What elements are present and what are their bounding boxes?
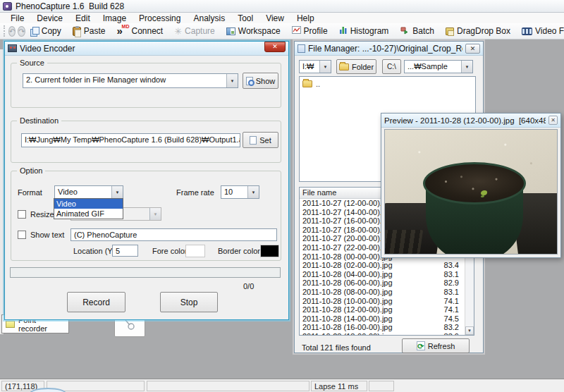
- main-titlebar: PhenoCapture 1.6 Build 628: [0, 0, 564, 13]
- histogram-label: Histogram: [350, 26, 389, 36]
- stop-button[interactable]: Stop: [160, 292, 218, 312]
- sample-folder-combo[interactable]: ...₩Sample ▼: [404, 60, 473, 73]
- frame-rate-combo[interactable]: 10 ▼: [221, 185, 259, 199]
- file-row[interactable]: 2011-10-28 (18-00-00).jpg 83.9: [300, 332, 474, 336]
- histogram-icon: [339, 26, 348, 36]
- menu-item[interactable]: Tool: [231, 13, 259, 23]
- folder-button-label: Folder: [352, 63, 374, 71]
- overlay-text-field[interactable]: (C) PhenoCapture: [70, 228, 277, 241]
- encode-progress-bar: [10, 267, 281, 278]
- folder-icon: [302, 80, 312, 87]
- folder-button[interactable]: Folder: [336, 59, 376, 74]
- redo-icon[interactable]: ↷: [18, 26, 25, 37]
- option-group-label: Option: [17, 166, 45, 176]
- menu-item[interactable]: Analysis: [187, 13, 231, 23]
- c-drive-button[interactable]: C:\: [382, 59, 401, 74]
- menu-item[interactable]: Processing: [133, 13, 187, 23]
- file-row[interactable]: 2011-10-28 (16-00-00).jpg 83.2: [300, 323, 474, 332]
- file-row[interactable]: 2011-10-28 (14-00-00).jpg 74.5: [300, 314, 474, 324]
- connect-icon: » MD: [116, 26, 128, 36]
- menu-item[interactable]: Edit: [69, 13, 97, 23]
- file-name-cell: 2011-10-28 (04-00-00).jpg: [302, 270, 405, 279]
- close-icon[interactable]: ✕: [264, 42, 286, 52]
- chevron-down-icon[interactable]: ▼: [319, 61, 331, 73]
- histogram-button[interactable]: Histogram: [336, 25, 393, 37]
- fore-color-swatch[interactable]: [185, 245, 205, 257]
- menu-item[interactable]: View: [259, 13, 290, 23]
- profile-button[interactable]: Profile: [288, 25, 331, 37]
- set-button[interactable]: Set: [243, 132, 278, 148]
- scroll-down-icon[interactable]: ▼: [465, 326, 474, 335]
- paste-button[interactable]: Paste: [69, 25, 109, 37]
- chevron-down-icon[interactable]: ▼: [226, 74, 238, 87]
- lapse-time: Lapse 11 ms: [311, 381, 367, 391]
- format-combo-value: Video: [55, 186, 111, 198]
- file-value-cell: 82.9: [405, 278, 471, 288]
- soil-speckles: [434, 172, 512, 196]
- border-color-label: Border color: [218, 247, 260, 255]
- menu-item[interactable]: Help: [290, 13, 321, 23]
- border-color-swatch[interactable]: [260, 245, 279, 257]
- video-encoder-titlebar[interactable]: Video Encoder ✕: [5, 42, 288, 56]
- menu-item[interactable]: Image: [97, 13, 133, 23]
- close-icon[interactable]: ✕: [548, 116, 558, 125]
- destination-path-field[interactable]: I:₩Jung₩My Temp₩PhenoCapture 1.6 (Build …: [21, 133, 240, 147]
- location-y-field[interactable]: 5: [112, 245, 138, 257]
- file-row[interactable]: 2011-10-28 (10-00-00).jpg 74.1: [300, 297, 474, 306]
- drive-combo[interactable]: I:₩ ▼: [299, 60, 331, 73]
- close-icon[interactable]: ✕: [465, 44, 480, 54]
- video-frame-extraction-button[interactable]: Video Frame Extraction: [518, 25, 564, 37]
- chevron-down-icon[interactable]: ▼: [247, 186, 259, 198]
- profile-label: Profile: [304, 26, 328, 36]
- parent-folder-label: ..: [316, 80, 320, 88]
- workspace-button[interactable]: Workspace: [223, 25, 284, 37]
- record-button[interactable]: Record: [67, 292, 125, 312]
- paste-label: Paste: [84, 26, 106, 36]
- file-row[interactable]: 2011-10-28 (08-00-00).jpg 83.1: [300, 288, 474, 297]
- file-name-cell: 2011-10-28 (16-00-00).jpg: [302, 323, 405, 332]
- refresh-button-label: Refresh: [428, 342, 455, 350]
- file-name-cell: 2011-10-28 (08-00-00).jpg: [302, 288, 405, 297]
- file-value-cell: 74.1: [405, 297, 471, 306]
- file-row[interactable]: 2011-10-28 (12-00-00).jpg 74.1: [300, 305, 474, 314]
- connect-button[interactable]: » MD Connect: [113, 25, 166, 37]
- copy-button[interactable]: Copy: [27, 25, 65, 37]
- dropdown-option-animated-gif[interactable]: Animated GIF: [54, 209, 123, 219]
- format-combo[interactable]: Video ▼: [54, 185, 123, 199]
- chevron-down-icon[interactable]: ▼: [461, 61, 472, 73]
- chevron-down-icon: ▼: [149, 208, 161, 220]
- connect-md-badge: MD: [122, 24, 130, 29]
- copy-icon: [30, 27, 39, 35]
- menu-bar: FileDeviceEditImageProcessingAnalysisToo…: [0, 13, 564, 23]
- frame-rate-value: 10: [221, 186, 247, 198]
- status-panel: [147, 381, 309, 391]
- application-window: PhenoCapture 1.6 Build 628 FileDeviceEdi…: [0, 0, 564, 392]
- menu-item[interactable]: File: [4, 13, 30, 23]
- resize-checkbox[interactable]: [18, 210, 26, 219]
- file-row[interactable]: 2011-10-28 (04-00-00).jpg 83.1: [300, 270, 474, 279]
- file-manager-icon: [298, 44, 305, 53]
- show-text-checkbox[interactable]: [18, 231, 26, 239]
- menu-item[interactable]: Device: [30, 13, 69, 23]
- parent-folder-item[interactable]: ..: [302, 80, 472, 88]
- workspace-icon: [226, 27, 235, 35]
- file-row[interactable]: 2011-10-28 (06-00-00).jpg 82.9: [300, 278, 474, 288]
- chevron-down-icon[interactable]: ▼: [111, 186, 123, 198]
- dropdown-option-video[interactable]: Video: [54, 199, 123, 209]
- file-manager-titlebar[interactable]: File Manager: ...-10-27)\Original_Crop_R…: [295, 42, 483, 56]
- toolbar-grip[interactable]: [4, 25, 5, 37]
- file-value-cell: 83.9: [405, 332, 471, 336]
- preview-titlebar[interactable]: Preview - 2011-10-28 (12-00-00).jpg [640…: [381, 114, 560, 128]
- capture-label: Capture: [185, 26, 215, 36]
- file-value-cell: 74.5: [405, 314, 471, 324]
- show-button[interactable]: Show: [243, 73, 278, 89]
- video-frame-extraction-label: Video Frame Extraction: [535, 26, 564, 36]
- undo-icon[interactable]: ↶: [8, 26, 16, 37]
- source-combo[interactable]: 2. Current folder in File Manager window…: [23, 73, 238, 88]
- file-row[interactable]: 2011-10-28 (02-00-00).jpg 83.4: [300, 261, 474, 270]
- batch-button[interactable]: Batch: [396, 25, 438, 38]
- filmstrip-icon: [522, 27, 532, 35]
- video-encoder-dialog: Video Encoder ✕ Source 2. Current folder…: [4, 41, 289, 320]
- dragdrop-box-button[interactable]: DragDrop Box: [442, 25, 514, 37]
- refresh-button[interactable]: ⟳ Refresh: [402, 338, 470, 353]
